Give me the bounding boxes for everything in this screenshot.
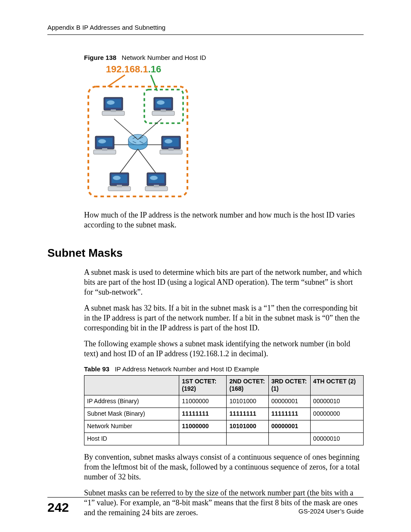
paragraph: The following example shows a subnet mas… [84, 339, 364, 359]
table-label: Table 93 [84, 365, 109, 373]
figure-caption: Figure 138 Network Number and Host ID [84, 54, 364, 61]
computer-icon [160, 136, 182, 154]
svg-line-8 [114, 119, 138, 140]
figure-label: Figure 138 [84, 54, 116, 61]
table-cell [227, 433, 268, 445]
svg-line-9 [138, 119, 162, 140]
table-cell: 00000001 [268, 420, 310, 433]
table-header: 1ST OCTET: (192) [179, 375, 227, 395]
table-cell: 10101000 [227, 395, 268, 408]
footer: 242 GS-2024 User’s Guide [47, 497, 364, 515]
table-cell: IP Address (Binary) [84, 395, 179, 408]
paragraph: A subnet mask is used to determine which… [84, 268, 364, 297]
table-row: Host ID00000010 [84, 433, 364, 445]
ip-host-part: 16 [151, 64, 161, 75]
page: Appendix B IP Addresses and Subnetting F… [0, 0, 411, 532]
computer-icon [93, 136, 116, 154]
table-cell: 11111111 [227, 408, 268, 420]
table-row: IP Address (Binary)110000001010100000000… [84, 395, 364, 408]
network-diagram: 192.168.1.16 [84, 63, 364, 202]
guide-name: GS-2024 User’s Guide [299, 507, 364, 515]
table-header [84, 375, 179, 395]
subnet-table: 1ST OCTET: (192) 2ND OCTET: (168) 3RD OC… [84, 375, 364, 445]
page-number: 242 [47, 500, 69, 515]
table-cell [310, 420, 363, 433]
paragraph: How much of the IP address is the networ… [84, 210, 364, 230]
body-text: A subnet mask is used to determine which… [84, 268, 364, 518]
computer-icon [102, 97, 125, 115]
section-heading: Subnet Masks [47, 246, 364, 260]
figure-title: Network Number and Host ID [122, 54, 206, 61]
table-header: 3RD OCTET: (1) [268, 375, 310, 395]
table-cell: 00000000 [310, 408, 363, 420]
paragraph: A subnet mask has 32 bits. If a bit in t… [84, 303, 364, 333]
body-text: How much of the IP address is the networ… [84, 210, 364, 230]
svg-text:192.168.1.16: 192.168.1.16 [106, 64, 161, 75]
switch-icon [128, 134, 147, 150]
table-cell: 00000010 [310, 395, 363, 408]
table-cell: 11111111 [268, 408, 310, 420]
table-cell: 11000000 [179, 395, 227, 408]
computer-icon [152, 97, 174, 115]
table-cell: 11000000 [179, 420, 227, 433]
svg-line-13 [138, 149, 157, 175]
table-header: 2ND OCTET: (168) [227, 375, 268, 395]
figure-block: Figure 138 Network Number and Host ID 19… [84, 54, 364, 202]
table-cell [179, 433, 227, 445]
svg-line-12 [118, 149, 138, 175]
table-cell [268, 433, 310, 445]
table-cell: Subnet Mask (Binary) [84, 408, 179, 420]
table-cell: 11111111 [179, 408, 227, 420]
paragraph: By convention, subnet masks always consi… [84, 452, 364, 482]
computer-icon [145, 173, 168, 191]
table-cell: Host ID [84, 433, 179, 445]
table-cell: 10101000 [227, 420, 268, 433]
running-head: Appendix B IP Addresses and Subnetting [47, 24, 364, 35]
table-row: Network Number110000001010100000000001 [84, 420, 364, 433]
ip-network-part: 192.168.1 [106, 64, 148, 75]
table-title: IP Address Network Number and Host ID Ex… [115, 365, 259, 373]
table-cell: 00000010 [310, 433, 363, 445]
table-row: Subnet Mask (Binary)11111111111111111111… [84, 408, 364, 420]
table-cell: Network Number [84, 420, 179, 433]
svg-line-1 [108, 75, 125, 87]
table-cell: 00000001 [268, 395, 310, 408]
table-caption: Table 93 IP Address Network Number and H… [84, 365, 364, 373]
table-header-row: 1ST OCTET: (192) 2ND OCTET: (168) 3RD OC… [84, 375, 364, 395]
computer-icon [108, 173, 131, 191]
table-header: 4TH OCTET (2) [310, 375, 363, 395]
svg-line-2 [151, 75, 157, 91]
